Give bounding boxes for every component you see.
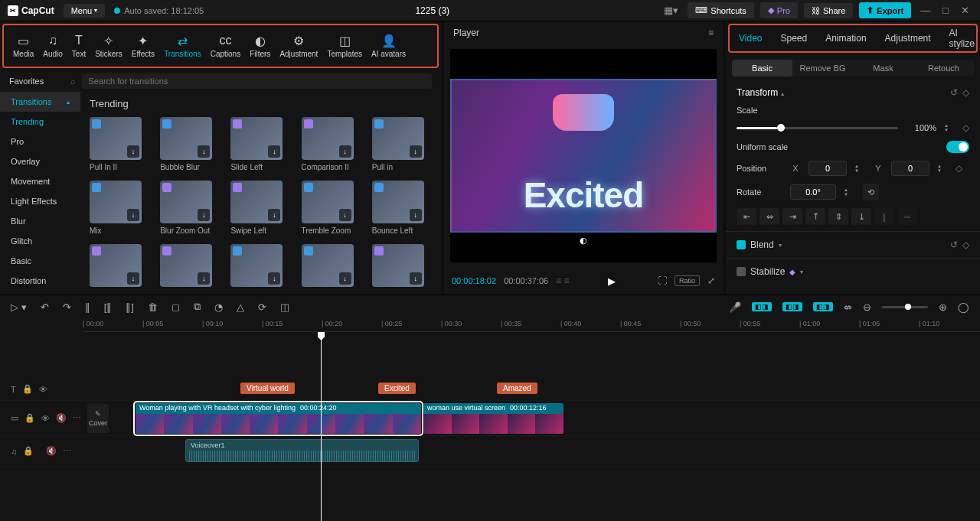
transform-title[interactable]: Transform ▴ [737, 87, 784, 98]
transition-thumb[interactable]: ↓ [372, 244, 432, 290]
tool-effects[interactable]: ✦Effects [127, 31, 159, 61]
tab-speed[interactable]: Speed [771, 33, 816, 44]
eye-icon[interactable]: 👁 [39, 385, 47, 394]
eye-icon[interactable]: 👁 [41, 414, 50, 423]
rotate-spinner[interactable]: ▲▼ [844, 187, 854, 197]
zoom-in-icon[interactable]: ⊕ [939, 301, 947, 313]
lock-icon[interactable]: 🔒 [23, 446, 34, 456]
redo-icon[interactable]: ↷ [63, 301, 71, 313]
snap-toggle-icon[interactable]: ◧◨ [782, 302, 802, 311]
scan-icon[interactable]: ⛶ [658, 275, 667, 286]
transition-thumb[interactable]: ↓Blur Zoom Out [160, 181, 220, 235]
more-icon[interactable]: ⋯ [73, 413, 81, 423]
subtab-retouch[interactable]: Retouch [913, 60, 974, 77]
align-right-icon[interactable]: ⇥ [782, 208, 802, 225]
zoom-out-icon[interactable]: ⊖ [863, 301, 871, 313]
delete-icon[interactable]: 🗑 [148, 301, 158, 313]
rotate-input[interactable] [790, 184, 836, 200]
category-trending[interactable]: Trending [0, 112, 80, 132]
lock-icon[interactable]: 🔒 [24, 413, 35, 423]
x-spinner[interactable]: ▲▼ [854, 164, 865, 173]
align-center-v-icon[interactable]: ⇕ [828, 208, 848, 225]
tool-stickers[interactable]: ✧Stickers [90, 31, 127, 61]
reset-icon[interactable]: ↺ [950, 239, 958, 250]
link-icon[interactable]: ⇎ [844, 301, 852, 313]
text-clip[interactable]: Amazed [497, 383, 537, 394]
undo-icon[interactable]: ↶ [41, 301, 49, 313]
text-clip[interactable]: Virtual world [240, 383, 295, 394]
mic-icon[interactable]: 🎤 [729, 301, 741, 313]
video-clip[interactable]: woman use virtual screen00:00:12:16 [423, 402, 564, 435]
distribute-h-icon[interactable]: ‖ [874, 208, 894, 225]
transition-thumb[interactable]: ↓Bounce Left [372, 181, 432, 235]
group-icon[interactable]: ⧉ [194, 301, 201, 313]
tool-templates[interactable]: ◫Templates [322, 31, 367, 61]
align-left-icon[interactable]: ⇤ [737, 208, 756, 225]
bookmark-icon[interactable]: ◻ [172, 301, 180, 313]
sidebar-header-transitions[interactable]: Transitions▴ [0, 92, 80, 112]
tool-filters[interactable]: ◐Filters [245, 31, 275, 61]
snap-main-icon[interactable]: ◧◨ [752, 302, 772, 311]
reset-icon[interactable]: ↺ [950, 87, 958, 98]
transition-thumb[interactable]: ↓Pull in [372, 117, 432, 171]
tool-captions[interactable]: ccCaptions [206, 31, 245, 61]
audio-clip[interactable]: Voiceover1 [185, 439, 419, 462]
tool-ai-avatars[interactable]: 👤AI avatars [367, 31, 410, 61]
transition-thumb[interactable]: ↓Swipe Left [230, 181, 290, 235]
trim-left-icon[interactable]: [‖ [104, 301, 113, 313]
menu-button[interactable]: Menu▾ [64, 4, 106, 18]
category-pro[interactable]: Pro [0, 132, 80, 151]
more-icon[interactable]: ⋯ [63, 446, 71, 456]
select-tool-icon[interactable]: ▷ ▾ [11, 301, 27, 313]
tool-text[interactable]: TText [67, 31, 90, 61]
transition-thumb[interactable]: ↓ [160, 244, 220, 290]
align-top-icon[interactable]: ⤒ [805, 208, 825, 225]
crop-icon[interactable]: ◫ [280, 301, 289, 313]
zoom-slider[interactable] [882, 306, 928, 308]
transition-thumb[interactable]: ↓Mix [90, 181, 149, 235]
mute-icon[interactable]: 🔇 [46, 446, 57, 456]
keyframe-icon[interactable]: ◇ [962, 122, 969, 133]
flip-h-icon[interactable]: ⟲ [862, 184, 879, 200]
transition-thumb[interactable]: ↓Comparison II [302, 117, 361, 171]
category-slide[interactable]: Slide [0, 291, 80, 295]
category-distortion[interactable]: Distortion [0, 271, 80, 291]
category-glitch[interactable]: Glitch [0, 231, 80, 251]
rotate-icon[interactable]: ⟳ [258, 301, 266, 313]
video-clip[interactable]: Woman playing with VR headset with cyber… [135, 402, 422, 435]
ratio-button[interactable]: Ratio [675, 275, 700, 286]
playhead[interactable] [321, 332, 322, 521]
list-icon[interactable]: ≡ ≡ [556, 275, 569, 286]
align-bottom-icon[interactable]: ⤓ [851, 208, 871, 225]
player-viewport[interactable]: Excited ◐ [450, 49, 717, 262]
subtab-basic[interactable]: Basic [732, 60, 792, 77]
snap-alt-icon[interactable]: ◧◨ [813, 302, 833, 311]
tab-animation[interactable]: Animation [816, 33, 875, 44]
mute-icon[interactable]: 🔇 [56, 413, 67, 423]
enhance-icon[interactable]: ◐ [580, 236, 587, 246]
layout-icon[interactable]: ▦▾ [661, 5, 681, 16]
shortcuts-button[interactable]: ⌨ Shortcuts [688, 2, 753, 18]
trim-right-icon[interactable]: ‖] [126, 301, 134, 313]
export-button[interactable]: ⬆ Export [859, 2, 911, 18]
keyframe-icon[interactable]: ◇ [956, 163, 962, 174]
scale-slider[interactable] [737, 127, 898, 129]
uniform-scale-toggle[interactable] [946, 141, 969, 153]
text-clip[interactable]: Excited [378, 383, 416, 394]
transition-thumb[interactable]: ↓Slide Left [230, 117, 290, 171]
blend-label[interactable]: Blend [750, 239, 774, 250]
distribute-v-icon[interactable]: ═ [897, 208, 917, 225]
position-x-input[interactable] [808, 161, 847, 176]
subtab-remove-bg[interactable]: Remove BG [792, 60, 853, 77]
category-blur[interactable]: Blur [0, 211, 80, 231]
tool-audio[interactable]: ♫Audio [38, 31, 67, 61]
blend-checkbox[interactable] [737, 240, 746, 249]
stabilize-label[interactable]: Stabilize [750, 266, 785, 277]
timeline-ruler[interactable]: | 00:00| 00:05| 00:10| 00:15| 00:20| 00:… [83, 318, 980, 332]
transition-thumb[interactable]: ↓ [90, 244, 149, 290]
split-icon[interactable]: ‖ [85, 301, 90, 313]
lock-icon[interactable]: 🔒 [22, 384, 33, 394]
close-icon[interactable]: ✕ [958, 5, 972, 16]
tool-media[interactable]: ▭Media [8, 31, 38, 61]
subtab-mask[interactable]: Mask [853, 60, 913, 77]
